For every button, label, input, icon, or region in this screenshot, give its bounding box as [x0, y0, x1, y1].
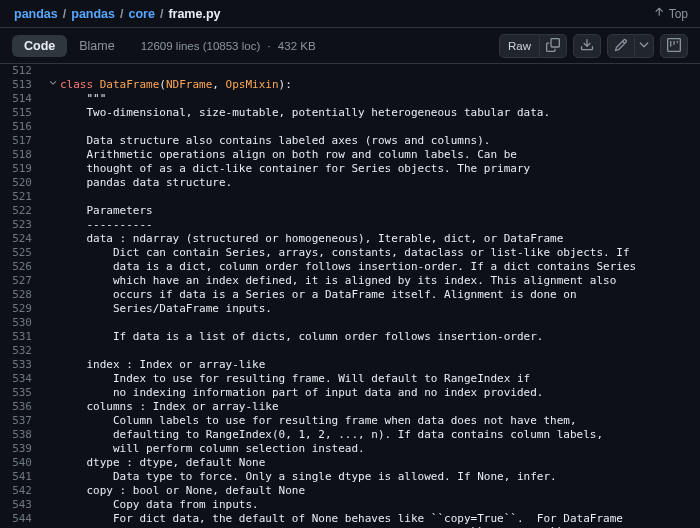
code-content[interactable]: Parameters — [60, 204, 700, 218]
line-number[interactable]: 524 — [0, 232, 46, 246]
line-number[interactable]: 517 — [0, 134, 46, 148]
tab-code[interactable]: Code — [12, 35, 67, 57]
line-number[interactable]: 537 — [0, 414, 46, 428]
code-line: 528 occurs if data is a Series or a Data… — [0, 288, 700, 302]
fold-gutter — [46, 456, 60, 470]
code-content[interactable]: Series/DataFrame inputs. — [60, 302, 700, 316]
code-content[interactable]: Data structure also contains labeled axe… — [60, 134, 700, 148]
code-content[interactable]: ---------- — [60, 218, 700, 232]
code-content[interactable]: Data type to force. Only a single dtype … — [60, 470, 700, 484]
code-content[interactable]: class DataFrame(NDFrame, OpsMixin): — [60, 78, 700, 92]
code-content[interactable]: pandas data structure. — [60, 176, 700, 190]
code-content[interactable]: which have an index defined, it is align… — [60, 274, 700, 288]
line-number[interactable]: 538 — [0, 428, 46, 442]
code-line: 533 index : Index or array-like — [0, 358, 700, 372]
code-content[interactable]: Column labels to use for resulting frame… — [60, 414, 700, 428]
code-line: 538 defaulting to RangeIndex(0, 1, 2, ..… — [0, 428, 700, 442]
tab-blame[interactable]: Blame — [67, 35, 126, 57]
code-content[interactable]: thought of as a dict-like container for … — [60, 162, 700, 176]
code-content[interactable]: """ — [60, 92, 700, 106]
line-number[interactable]: 519 — [0, 162, 46, 176]
code-line: 543 Copy data from inputs. — [0, 498, 700, 512]
raw-button[interactable]: Raw — [499, 34, 540, 58]
line-number[interactable]: 528 — [0, 288, 46, 302]
breadcrumb-sep: / — [120, 7, 123, 21]
line-number[interactable]: 520 — [0, 176, 46, 190]
line-number[interactable]: 544 — [0, 512, 46, 526]
symbols-button[interactable] — [660, 34, 688, 58]
line-number[interactable]: 542 — [0, 484, 46, 498]
code-content[interactable]: data : ndarray (structured or homogeneou… — [60, 232, 700, 246]
line-number[interactable]: 540 — [0, 456, 46, 470]
line-number[interactable]: 543 — [0, 498, 46, 512]
code-content[interactable] — [60, 316, 700, 330]
line-number[interactable]: 529 — [0, 302, 46, 316]
code-content[interactable]: data is a dict, column order follows ins… — [60, 260, 700, 274]
line-number[interactable]: 527 — [0, 274, 46, 288]
line-number[interactable]: 526 — [0, 260, 46, 274]
line-number[interactable]: 515 — [0, 106, 46, 120]
line-number[interactable]: 534 — [0, 372, 46, 386]
breadcrumb-sep: / — [160, 7, 163, 21]
line-number[interactable]: 523 — [0, 218, 46, 232]
fold-gutter — [46, 218, 60, 232]
code-content[interactable] — [60, 190, 700, 204]
fold-gutter[interactable] — [46, 78, 60, 92]
line-number[interactable]: 516 — [0, 120, 46, 134]
code-content[interactable]: dtype : dtype, default None — [60, 456, 700, 470]
line-number[interactable]: 532 — [0, 344, 46, 358]
line-number[interactable]: 518 — [0, 148, 46, 162]
code-line: 516 — [0, 120, 700, 134]
code-content[interactable]: Two-dimensional, size-mutable, potential… — [60, 106, 700, 120]
line-number[interactable]: 531 — [0, 330, 46, 344]
code-line: 542 copy : bool or None, default None — [0, 484, 700, 498]
code-content[interactable]: defaulting to RangeIndex(0, 1, 2, ..., n… — [60, 428, 700, 442]
line-number[interactable]: 536 — [0, 400, 46, 414]
breadcrumb-link[interactable]: pandas — [14, 7, 58, 21]
code-content[interactable]: columns : Index or array-like — [60, 400, 700, 414]
fold-gutter — [46, 288, 60, 302]
arrow-up-icon — [653, 6, 665, 21]
code-content[interactable]: If data is a list of dicts, column order… — [60, 330, 700, 344]
code-line: 541 Data type to force. Only a single dt… — [0, 470, 700, 484]
line-number[interactable]: 522 — [0, 204, 46, 218]
line-number[interactable]: 512 — [0, 64, 46, 78]
code-content[interactable]: For dict data, the default of None behav… — [60, 512, 700, 526]
edit-more-button[interactable] — [635, 34, 654, 58]
fold-gutter — [46, 64, 60, 78]
top-link[interactable]: Top — [653, 6, 688, 21]
file-header-bar: pandas / pandas / core / frame.py Top — [0, 0, 700, 28]
breadcrumb-link[interactable]: pandas — [71, 7, 115, 21]
code-content[interactable]: will perform column selection instead. — [60, 442, 700, 456]
code-content[interactable]: Index to use for resulting frame. Will d… — [60, 372, 700, 386]
line-number[interactable]: 535 — [0, 386, 46, 400]
code-content[interactable]: Dict can contain Series, arrays, constan… — [60, 246, 700, 260]
code-content[interactable] — [60, 120, 700, 134]
code-line: 534 Index to use for resulting frame. Wi… — [0, 372, 700, 386]
dot-sep: · — [267, 40, 270, 52]
code-content[interactable]: no indexing information part of input da… — [60, 386, 700, 400]
line-number[interactable]: 530 — [0, 316, 46, 330]
line-number[interactable]: 539 — [0, 442, 46, 456]
edit-button[interactable] — [607, 34, 635, 58]
line-number[interactable]: 541 — [0, 470, 46, 484]
code-content[interactable]: Copy data from inputs. — [60, 498, 700, 512]
code-area[interactable]: 512513class DataFrame(NDFrame, OpsMixin)… — [0, 64, 700, 528]
line-number[interactable]: 533 — [0, 358, 46, 372]
code-content[interactable]: Arithmetic operations align on both row … — [60, 148, 700, 162]
line-number[interactable]: 514 — [0, 92, 46, 106]
download-button[interactable] — [573, 34, 601, 58]
breadcrumb-link[interactable]: core — [129, 7, 155, 21]
fold-gutter — [46, 372, 60, 386]
line-number[interactable]: 513 — [0, 78, 46, 92]
code-content[interactable] — [60, 344, 700, 358]
line-number[interactable]: 525 — [0, 246, 46, 260]
line-number[interactable]: 521 — [0, 190, 46, 204]
code-content[interactable]: copy : bool or None, default None — [60, 484, 700, 498]
toolbar-left: Code Blame 12609 lines (10853 loc) · 432… — [12, 35, 316, 57]
code-content[interactable] — [60, 64, 700, 78]
code-content[interactable]: index : Index or array-like — [60, 358, 700, 372]
file-info: 12609 lines (10853 loc) · 432 KB — [141, 40, 316, 52]
copy-button[interactable] — [540, 34, 567, 58]
code-content[interactable]: occurs if data is a Series or a DataFram… — [60, 288, 700, 302]
